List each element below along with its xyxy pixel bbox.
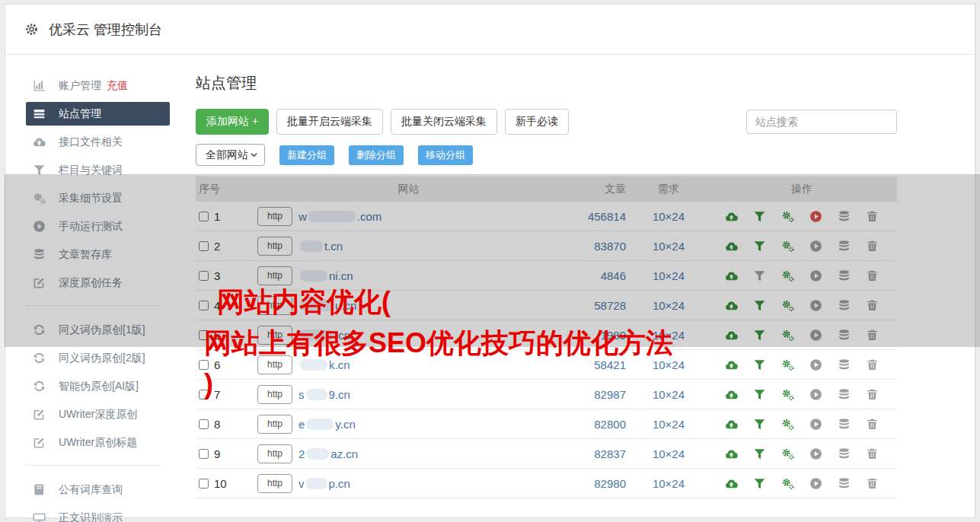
database-button[interactable] xyxy=(838,358,851,371)
trash-button[interactable] xyxy=(866,329,879,342)
article-count-link[interactable]: 82800 xyxy=(594,418,626,431)
batch-open-button[interactable]: 批量开启云端采集 xyxy=(276,109,383,135)
gears-button[interactable] xyxy=(781,418,794,431)
play-circle-button[interactable] xyxy=(809,210,822,223)
database-button[interactable] xyxy=(838,269,851,282)
play-circle-button[interactable] xyxy=(809,269,822,282)
sidebar-item[interactable]: 智能伪原创[AI版] xyxy=(26,372,170,400)
trash-button[interactable] xyxy=(866,358,879,371)
play-circle-button[interactable] xyxy=(809,358,822,371)
play-circle-button[interactable] xyxy=(809,329,822,342)
row-checkbox[interactable] xyxy=(199,449,209,459)
site-domain-link[interactable]: ey.cn xyxy=(298,418,356,431)
trash-button[interactable] xyxy=(866,269,879,282)
cloud-upload-button[interactable] xyxy=(725,329,738,342)
site-domain-link[interactable]: ni.cn xyxy=(298,269,353,282)
sidebar-item[interactable]: 栏目与关键词 xyxy=(26,156,170,184)
gears-button[interactable] xyxy=(781,329,794,342)
row-checkbox[interactable] xyxy=(199,212,209,221)
filter-button[interactable] xyxy=(753,477,766,490)
site-domain-link[interactable]: t.cn xyxy=(298,240,343,253)
cloud-upload-button[interactable] xyxy=(725,477,738,490)
article-count-link[interactable]: 58421 xyxy=(594,358,626,371)
row-checkbox[interactable] xyxy=(199,390,209,399)
play-circle-button[interactable] xyxy=(809,477,822,490)
cloud-upload-button[interactable] xyxy=(725,210,738,223)
play-circle-button[interactable] xyxy=(809,447,822,460)
gears-button[interactable] xyxy=(781,240,794,253)
database-button[interactable] xyxy=(838,418,851,431)
gears-button[interactable] xyxy=(781,210,794,223)
article-count-link[interactable]: 83870 xyxy=(594,240,626,253)
site-domain-link[interactable]: k.cn xyxy=(298,358,350,371)
row-checkbox[interactable] xyxy=(199,301,209,310)
trash-button[interactable] xyxy=(866,210,879,223)
filter-button[interactable] xyxy=(753,269,766,282)
gears-button[interactable] xyxy=(781,299,794,312)
row-checkbox[interactable] xyxy=(199,419,209,429)
cloud-upload-button[interactable] xyxy=(725,358,738,371)
recharge-link[interactable]: 充值 xyxy=(107,79,128,93)
sidebar-item[interactable]: UWriter原创标题 xyxy=(26,428,170,457)
site-domain-link[interactable]: w.com xyxy=(298,210,381,223)
sidebar-item[interactable]: 文章暂存库 xyxy=(26,240,170,269)
article-count-link[interactable]: 82837 xyxy=(594,447,626,460)
cloud-upload-button[interactable] xyxy=(725,447,738,460)
newbie-guide-button[interactable]: 新手必读 xyxy=(505,109,569,135)
gears-button[interactable] xyxy=(781,447,794,460)
database-button[interactable] xyxy=(838,329,851,342)
article-count-link[interactable]: 58728 xyxy=(594,299,626,312)
cloud-upload-button[interactable] xyxy=(725,418,738,431)
cloud-upload-button[interactable] xyxy=(725,240,738,253)
row-checkbox[interactable] xyxy=(199,330,209,340)
sidebar-item[interactable]: UWriter深度原创 xyxy=(26,400,170,428)
article-count-link[interactable]: 4846 xyxy=(601,269,626,282)
filter-button[interactable] xyxy=(753,418,766,431)
group-filter-select[interactable]: 全部网站 xyxy=(196,144,265,166)
database-button[interactable] xyxy=(838,477,851,490)
add-site-button[interactable]: 添加网站 + xyxy=(196,109,269,135)
play-circle-button[interactable] xyxy=(809,388,822,401)
sidebar-item[interactable]: 手动运行测试 xyxy=(26,212,170,240)
sidebar-item[interactable]: 正文识别演示 xyxy=(26,504,170,522)
filter-button[interactable] xyxy=(753,210,766,223)
trash-button[interactable] xyxy=(866,418,879,431)
sidebar-item[interactable]: 接口文件相关 xyxy=(26,128,170,156)
sidebar-item[interactable]: 公有词库查询 xyxy=(26,476,170,504)
filter-button[interactable] xyxy=(753,299,766,312)
move-group-button[interactable]: 移动分组 xyxy=(418,145,473,165)
delete-group-button[interactable]: 删除分组 xyxy=(349,145,404,165)
cloud-upload-button[interactable] xyxy=(725,388,738,401)
database-button[interactable] xyxy=(838,447,851,460)
trash-button[interactable] xyxy=(866,447,879,460)
gears-button[interactable] xyxy=(781,477,794,490)
batch-close-button[interactable]: 批量关闭云端采集 xyxy=(391,109,497,135)
site-domain-link[interactable]: 2az.cn xyxy=(298,447,358,460)
trash-button[interactable] xyxy=(866,388,879,401)
article-count-link[interactable]: 82980 xyxy=(594,477,626,490)
article-count-link[interactable]: 456814 xyxy=(588,210,626,223)
sidebar-item[interactable]: 采集细节设置 xyxy=(26,184,170,212)
filter-button[interactable] xyxy=(753,388,766,401)
row-checkbox[interactable] xyxy=(199,271,209,281)
sidebar-item[interactable]: 账户管理充值 xyxy=(26,72,170,100)
article-count-link[interactable]: 82987 xyxy=(594,388,626,401)
gears-button[interactable] xyxy=(781,269,794,282)
database-button[interactable] xyxy=(838,299,851,312)
play-circle-button[interactable] xyxy=(809,299,822,312)
play-circle-button[interactable] xyxy=(809,418,822,431)
new-group-button[interactable]: 新建分组 xyxy=(279,145,334,165)
filter-button[interactable] xyxy=(753,447,766,460)
sidebar-item[interactable]: 深度原创任务 xyxy=(26,269,170,297)
trash-button[interactable] xyxy=(866,477,879,490)
trash-button[interactable] xyxy=(866,240,879,253)
filter-button[interactable] xyxy=(753,240,766,253)
cloud-upload-button[interactable] xyxy=(725,299,738,312)
database-button[interactable] xyxy=(838,240,851,253)
row-checkbox[interactable] xyxy=(199,479,209,489)
cloud-upload-button[interactable] xyxy=(725,269,738,282)
sidebar-item[interactable]: 同义词伪原创[2版] xyxy=(26,344,170,372)
row-checkbox[interactable] xyxy=(199,360,209,370)
sidebar-item[interactable]: 同义词伪原创[1版] xyxy=(26,316,170,344)
row-checkbox[interactable] xyxy=(199,241,209,251)
